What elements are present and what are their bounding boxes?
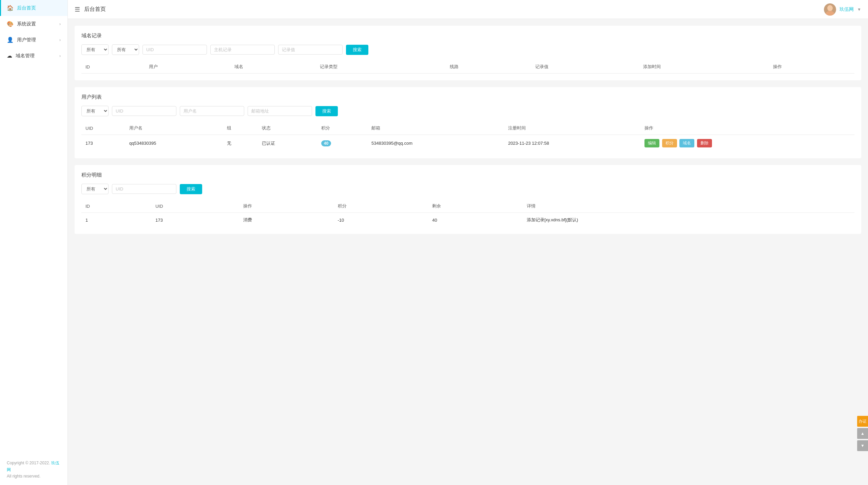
dns-col-time: 添加时间 [639, 60, 769, 74]
user-email: 534830395@qq.com [367, 135, 504, 152]
user-list-table: UID 用户名 组 状态 积分 邮箱 注册时间 操作 173 qq5348303… [81, 122, 854, 151]
sidebar-item-label: 用户管理 [17, 37, 36, 43]
points-col-id: ID [81, 200, 151, 213]
system-icon: 🎨 [7, 21, 14, 27]
user-col-status: 状态 [258, 122, 317, 135]
topbar-right: 玖伍网 ▼ [824, 3, 861, 16]
float-up-button[interactable]: ▲ [857, 428, 868, 439]
sidebar-item-label: 后台首页 [17, 5, 36, 11]
points-uid: 173 [151, 213, 239, 227]
float-cert-button[interactable]: 办证 [857, 416, 868, 427]
points-detail-table: ID UID 操作 积分 剩余 详情 1 173 消费 -10 40 添加记录[… [81, 200, 854, 227]
user-group: 无 [223, 135, 258, 152]
user-col-points: 积分 [317, 122, 367, 135]
user-status: 已认证 [258, 135, 317, 152]
user-username: qq534830395 [125, 135, 223, 152]
cloud-icon: ☁ [7, 53, 12, 59]
dns-host-input[interactable] [210, 45, 275, 55]
domain-button[interactable]: 域名 [679, 139, 694, 147]
user-filter-row: 所有 搜索 [81, 106, 854, 116]
user-col-uid: UID [81, 122, 125, 135]
chevron-right-icon: › [59, 54, 61, 58]
dropdown-icon[interactable]: ▼ [857, 7, 861, 12]
user-points: 40 [317, 135, 367, 152]
dns-col-id: ID [81, 60, 145, 74]
dns-col-value: 记录值 [531, 60, 639, 74]
user-icon: 👤 [7, 37, 14, 43]
points-op: 消费 [239, 213, 334, 227]
user-col-action: 操作 [640, 122, 854, 135]
points-value: -10 [334, 213, 428, 227]
dns-col-type: 记录类型 [316, 60, 446, 74]
sidebar-item-domains[interactable]: ☁ 域名管理 › [0, 48, 67, 64]
sidebar-item-home[interactable]: 🏠 后台首页 [0, 0, 67, 16]
points-uid-input[interactable] [112, 184, 176, 194]
user-uid-input[interactable] [112, 106, 176, 116]
user-filter-select[interactable]: 所有 [81, 106, 109, 116]
main-area: ☰ 后台首页 玖伍网 ▼ 域名记录 所有 所有 [68, 0, 868, 485]
user-actions: 编辑 积分 域名 删除 [640, 135, 854, 152]
rights-text: All rights reserved. [7, 474, 40, 479]
sidebar-item-label: 域名管理 [16, 53, 35, 59]
points-button[interactable]: 积分 [662, 139, 677, 147]
dns-panel-title: 域名记录 [81, 33, 854, 39]
sidebar-item-system[interactable]: 🎨 系统设置 › [0, 16, 67, 32]
points-detail-panel: 积分明细 所有 搜索 ID UID 操作 积分 剩余 详情 [75, 165, 861, 234]
user-panel-title: 用户列表 [81, 94, 854, 100]
table-row: 173 qq534830395 无 已认证 40 534830395@qq.co… [81, 135, 854, 152]
points-col-op: 操作 [239, 200, 334, 213]
topbar: ☰ 后台首页 玖伍网 ▼ [68, 0, 868, 19]
user-col-time: 注册时间 [504, 122, 640, 135]
points-col-uid: UID [151, 200, 239, 213]
points-filter-row: 所有 搜索 [81, 184, 854, 194]
user-username-input[interactable] [180, 106, 244, 116]
float-down-button[interactable]: ▼ [857, 440, 868, 451]
table-row: 1 173 消费 -10 40 添加记录[xy.xdns.bf](默认) [81, 213, 854, 227]
sidebar-footer: Copyright © 2017-2022. 玖伍网 All rights re… [0, 454, 67, 485]
home-icon: 🏠 [7, 5, 14, 11]
user-col-email: 邮箱 [367, 122, 504, 135]
copyright-text: Copyright © 2017-2022. [7, 461, 50, 465]
points-id: 1 [81, 213, 151, 227]
points-search-button[interactable]: 搜索 [180, 184, 202, 194]
points-remain: 40 [428, 213, 523, 227]
dns-filter-row: 所有 所有 搜索 [81, 44, 854, 55]
user-search-button[interactable]: 搜索 [315, 106, 338, 116]
points-detail: 添加记录[xy.xdns.bf](默认) [523, 213, 854, 227]
dns-filter-select2[interactable]: 所有 [112, 44, 139, 55]
dns-search-button[interactable]: 搜索 [346, 45, 368, 55]
user-email-input[interactable] [248, 106, 312, 116]
dns-uid-input[interactable] [142, 45, 207, 55]
user-regtime: 2023-11-23 12:07:58 [504, 135, 640, 152]
dns-col-line: 线路 [446, 60, 531, 74]
user-list-panel: 用户列表 所有 搜索 UID 用户名 组 状态 积分 [75, 87, 861, 158]
chevron-right-icon: › [59, 38, 61, 42]
dns-value-input[interactable] [278, 45, 343, 55]
sidebar-item-users[interactable]: 👤 用户管理 › [0, 32, 67, 48]
user-col-username: 用户名 [125, 122, 223, 135]
points-col-points: 积分 [334, 200, 428, 213]
dns-records-table: ID 用户 域名 记录类型 线路 记录值 添加时间 操作 [81, 60, 854, 74]
user-col-group: 组 [223, 122, 258, 135]
points-col-detail: 详情 [523, 200, 854, 213]
menu-toggle-icon[interactable]: ☰ [75, 6, 80, 13]
avatar [824, 3, 836, 16]
user-uid: 173 [81, 135, 125, 152]
svg-point-1 [827, 5, 833, 11]
points-col-remain: 剩余 [428, 200, 523, 213]
sidebar-item-label: 系统设置 [17, 21, 36, 27]
dns-col-action: 操作 [769, 60, 854, 74]
sidebar: 🏠 后台首页 🎨 系统设置 › 👤 用户管理 › ☁ 域名管理 › Copyri… [0, 0, 68, 485]
points-filter-select[interactable]: 所有 [81, 184, 109, 194]
dns-col-user: 用户 [145, 60, 230, 74]
edit-button[interactable]: 编辑 [644, 139, 659, 147]
delete-button[interactable]: 删除 [697, 139, 712, 147]
content-area: 域名记录 所有 所有 搜索 ID 用户 域名 [68, 19, 868, 485]
page-title: 后台首页 [84, 6, 106, 13]
points-panel-title: 积分明细 [81, 172, 854, 178]
dns-records-panel: 域名记录 所有 所有 搜索 ID 用户 域名 [75, 26, 861, 80]
chevron-right-icon: › [59, 22, 61, 26]
float-buttons: 办证 ▲ ▼ [857, 416, 868, 451]
username-label[interactable]: 玖伍网 [840, 6, 854, 13]
dns-filter-select1[interactable]: 所有 [81, 44, 109, 55]
